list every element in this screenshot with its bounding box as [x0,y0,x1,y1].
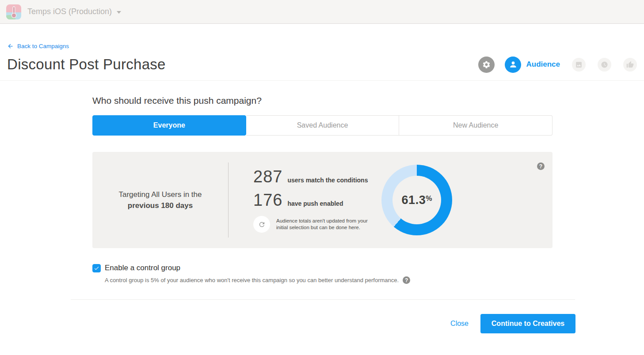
continue-to-creatives-button[interactable]: Continue to Creatives [480,314,575,333]
campaign-steps: Audience [478,57,637,73]
panel-divider [228,162,229,238]
page-header: Back to Campaigns Discount Post Purchase… [0,24,644,81]
control-group-checkbox[interactable] [92,264,101,272]
chevron-down-icon[interactable] [117,11,121,14]
tab-new-audience[interactable]: New Audience [399,115,553,136]
targeting-line1: Targeting All Users in the [118,190,202,199]
footer-actions: Close Continue to Creatives [92,314,575,333]
stat-users-match: 287 users match the conditions [253,167,373,186]
stat-push-enabled-value: 176 [253,191,282,210]
settings-button[interactable] [478,57,495,73]
refresh-icon [258,221,266,228]
audience-type-tabs: Everyone Saved Audience New Audience [92,115,553,136]
app-top-bar: Temps iOS (Production) [0,0,644,24]
control-group-label[interactable]: Enable a control group [105,264,180,272]
stat-users-match-label: users match the conditions [287,177,368,184]
push-enabled-chart: 61.3% [381,165,452,235]
app-icon [6,4,21,19]
stat-push-enabled: 176 have push enabled [253,191,373,210]
targeting-line2: previous 180 days [128,201,193,210]
audience-step-label: Audience [526,60,560,69]
thumbs-up-icon [626,61,634,68]
donut-hole: 61.3% [392,176,441,224]
audience-section: Who should receive this push campaign? E… [92,95,553,333]
section-question: Who should receive this push campaign? [92,95,553,106]
control-group-section: Enable a control group A control group i… [92,264,553,284]
refresh-note: Audience totals aren't updated from your… [276,216,373,231]
tab-everyone[interactable]: Everyone [92,115,246,136]
step-schedule[interactable] [598,58,611,72]
panel-help-icon[interactable]: ? [537,162,545,170]
footer-divider [71,299,575,300]
targeting-summary: Targeting All Users in the previous 180 … [92,189,228,211]
page-title: Discount Post Purchase [7,56,166,73]
tab-saved-audience[interactable]: Saved Audience [246,115,400,136]
clock-icon [601,61,608,68]
refresh-note-row: Audience totals aren't updated from your… [253,216,373,233]
refresh-audience-button[interactable] [253,216,270,233]
thermometer-icon [6,4,21,19]
step-audience[interactable]: Audience [505,57,560,73]
image-icon [575,61,583,68]
control-group-help-icon[interactable]: ? [403,276,410,284]
audience-summary-panel: Targeting All Users in the previous 180 … [92,152,553,248]
arrow-left-icon [7,43,14,49]
back-link-label: Back to Campaigns [17,43,69,49]
stat-users-match-value: 287 [253,167,282,186]
step-creatives[interactable] [572,58,586,72]
back-to-campaigns-link[interactable]: Back to Campaigns [7,43,69,49]
stat-push-enabled-label: have push enabled [287,200,343,207]
check-icon [94,265,99,271]
gear-icon [482,60,491,69]
audience-step-circle [505,57,521,73]
person-icon [509,60,518,69]
step-goals[interactable] [623,58,637,72]
donut-percentage: 61.3% [402,193,432,207]
audience-stats: 287 users match the conditions 176 have … [253,167,373,233]
close-button[interactable]: Close [450,320,469,328]
app-name[interactable]: Temps iOS (Production) [27,7,112,16]
control-group-description: A control group is 5% of your audience w… [105,277,399,283]
